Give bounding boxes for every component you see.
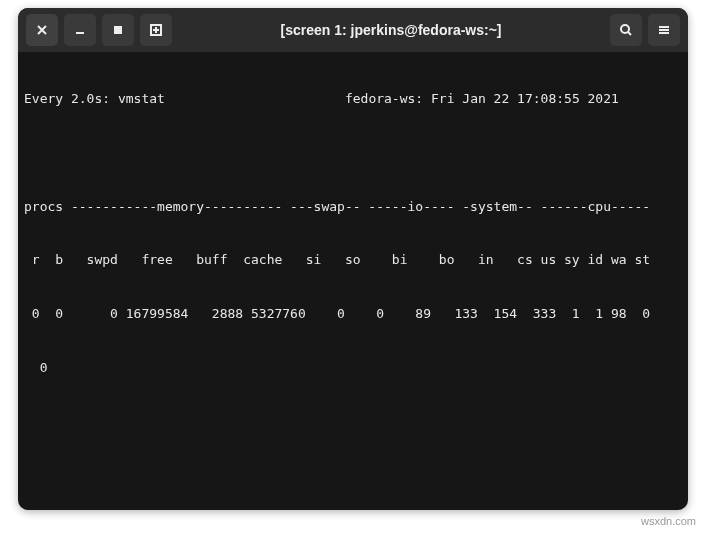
blank-line (18, 413, 688, 431)
window-title: [screen 1: jperkins@fedora-ws:~] (178, 22, 604, 38)
new-tab-icon (149, 23, 163, 37)
minimize-icon (73, 23, 87, 37)
blank-line (18, 467, 688, 485)
terminal-window: [screen 1: jperkins@fedora-ws:~] Every 2… (18, 8, 688, 510)
watermark: wsxdn.com (641, 515, 696, 527)
vmstat-groups: procs -----------memory---------- ---swa… (18, 198, 688, 216)
vmstat-row: 0 0 0 16799584 2888 5327760 0 0 89 133 1… (18, 305, 688, 323)
maximize-button[interactable] (102, 14, 134, 46)
svg-rect-0 (114, 26, 122, 34)
close-icon (35, 23, 49, 37)
titlebar: [screen 1: jperkins@fedora-ws:~] (18, 8, 688, 52)
svg-point-2 (621, 25, 629, 33)
maximize-icon (111, 23, 125, 37)
vmstat-row-wrap: 0 (18, 359, 688, 377)
search-icon (619, 23, 633, 37)
close-button[interactable] (26, 14, 58, 46)
terminal-content[interactable]: Every 2.0s: vmstat fedora-ws: Fri Jan 22… (18, 52, 688, 510)
watch-header: Every 2.0s: vmstat fedora-ws: Fri Jan 22… (18, 90, 688, 108)
new-tab-button[interactable] (140, 14, 172, 46)
hamburger-icon (657, 23, 671, 37)
menu-button[interactable] (648, 14, 680, 46)
watch-left: Every 2.0s: vmstat (24, 91, 165, 106)
vmstat-cols: r b swpd free buff cache si so bi bo in … (18, 251, 688, 269)
minimize-button[interactable] (64, 14, 96, 46)
blank-line (18, 144, 688, 162)
watch-right: fedora-ws: Fri Jan 22 17:08:55 2021 (345, 91, 619, 106)
search-button[interactable] (610, 14, 642, 46)
